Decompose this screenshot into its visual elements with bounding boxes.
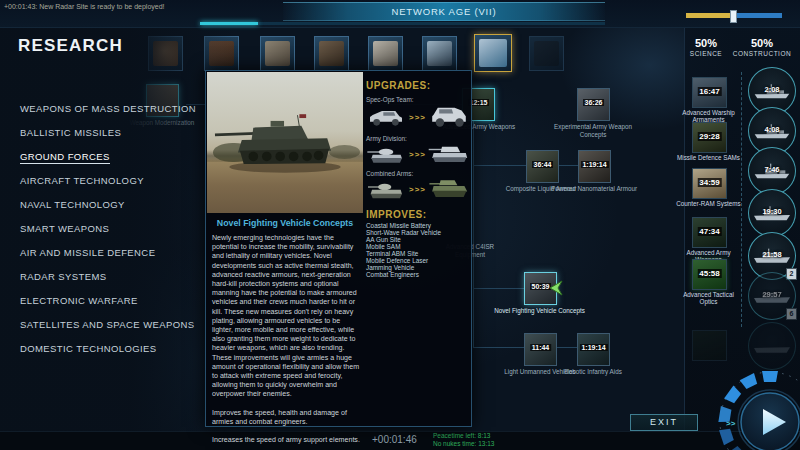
improves-item: Coastal Missile Battery [366,222,468,229]
improves-item: Combat Engineers [366,271,468,278]
tech-node-label: Experimental Army Weapon Concepts [549,123,637,138]
peacetime-counter: Peacetime left: 8:13 [433,432,490,439]
science-construction-slider[interactable] [686,13,782,18]
science-allocation: 50% SCIENCE [678,37,734,57]
upgrades-heading: UPGRADES: [366,80,431,91]
construction-queue-item[interactable]: 19:30 [748,189,796,237]
tank-photo [207,72,363,213]
upgrade-arrow: >>> [409,185,426,194]
mrap-icon [428,102,470,129]
age-icon-smartphone[interactable] [474,34,512,72]
sidebar-item-ground-forces[interactable]: GROUND FORCES [20,151,110,164]
improves-item: Mobile SAM [366,243,468,250]
science-queue-item[interactable]: 45:58 [692,259,727,290]
popup-title: Novel Fighting Vehicle Concepts [208,218,362,228]
tech-details-popup: Novel Fighting Vehicle Concepts Newly em… [205,70,472,427]
tank-icon [366,143,406,165]
sidebar-item-wmd[interactable]: WEAPONS OF MASS DESTRUCTION [20,103,196,114]
science-queue-label: Missile Defence SAMs [676,154,741,161]
fast-forward-icon[interactable]: >> [726,419,736,428]
exit-button[interactable]: EXIT [630,414,698,431]
slider-handle[interactable] [730,10,737,23]
improves-item: Terminal ABM Site [366,250,468,257]
upgrade-row-label: Army Division: [366,135,407,142]
game-speed-dial[interactable]: >> [692,358,800,450]
tech-node-label: Powered Nanomaterial Armour [550,185,638,193]
tree-connector [473,165,526,166]
age-progress-fill [200,22,258,25]
research-screen: +00:01:43: New Radar Site is ready to be… [0,0,800,450]
age-icon-laptop[interactable] [422,36,457,71]
age-banner: NETWORK AGE (VII) [283,2,605,21]
improves-item: AA Gun Site [366,236,468,243]
no-nukes-counter: No nukes time: 13:13 [433,440,494,447]
tree-connector [555,347,577,348]
construction-queue-item[interactable]: 29:57 6 [748,272,796,320]
tree-connector [473,104,474,347]
age-icon-desktop-computer[interactable] [368,36,403,71]
tree-connector [473,288,524,289]
science-queue-item[interactable]: 47:34 [692,217,727,248]
tech-node-label: Robotic Infantry Aids [547,368,639,376]
sidebar-item-aircraft-technology[interactable]: AIRCRAFT TECHNOLOGY [20,175,144,186]
upgrade-arrow: >>> [409,113,426,122]
improves-item: Short-Wave Radar Vehicle [366,229,468,236]
tank-image [213,100,357,186]
queue-divider [741,72,742,327]
armored-column-icon [366,177,406,201]
tree-connector [473,347,524,348]
queue-count-badge: 6 [786,308,797,320]
age-icon-field-radio[interactable] [260,36,295,71]
science-slider-half [686,13,734,18]
page-title: RESEARCH [18,36,123,56]
event-notification[interactable]: +00:01:43: New Radar Site is ready to be… [4,3,165,10]
tech-node-robotic-infantry-aids[interactable]: 1:19:14 [577,333,610,366]
upgrade-arrow: >>> [409,150,426,159]
age-icon-future-age [529,36,564,71]
tech-node-composite-liquid-armour[interactable]: 36:44 [526,150,559,183]
sidebar-item-satellites-space[interactable]: SATELLITES AND SPACE WEAPONS [20,319,195,330]
sidebar-item-electronic-warfare[interactable]: ELECTRONIC WARFARE [20,295,138,306]
science-queue-item-pending [692,330,727,361]
upgrade-row-label: Combined Arms: [366,170,413,177]
science-queue-item[interactable]: 29:28 [692,122,727,153]
improves-list: Coastal Missile Battery Short-Wave Radar… [366,222,468,278]
sidebar-item-smart-weapons[interactable]: SMART WEAPONS [20,223,109,234]
tree-connector [557,165,578,166]
sidebar-item-air-missile-defence[interactable]: AIR AND MISSILE DEFENCE [20,247,155,258]
sidebar-item-domestic-technologies[interactable]: DOMESTIC TECHNOLOGIES [20,343,157,354]
tech-node-experimental-army-weapon-concepts[interactable]: 36:26 [577,88,610,121]
sidebar-item-ballistic-missiles[interactable]: BALLISTIC MISSILES [20,127,121,138]
ifv-icon [428,175,470,201]
improves-item: Jamming Vehicle [366,264,468,271]
science-queue-label: Advanced Tactical Optics [676,291,741,305]
improves-heading: IMPROVES: [366,209,427,220]
age-progress-bar [200,22,605,25]
humvee-icon [366,105,406,129]
age-icon-portable-phone[interactable] [314,36,349,71]
tech-node-powered-nanomaterial-armour[interactable]: 1:19:14 [578,150,611,183]
construction-slider-half [734,13,782,18]
sidebar-item-naval-technology[interactable]: NAVAL TECHNOLOGY [20,199,125,210]
tech-node-light-unmanned-vehicles[interactable]: 11:44 [524,333,557,366]
sidebar-item-radar-systems[interactable]: RADAR SYSTEMS [20,271,107,282]
science-queue-item[interactable]: 34:59 [692,168,727,199]
mouse-cursor-icon [548,279,564,296]
tech-node-label: Novel Fighting Vehicle Concepts [492,307,587,315]
upgrade-row-label: Spec-Ops Team: [366,96,413,103]
popup-description: Newly emerging technologies have the pot… [212,234,360,450]
game-time: +00:01:46 [372,434,417,445]
science-queue-label: Counter-RAM Systems [676,200,741,207]
improves-item: Mobile Defence Laser [366,257,468,264]
construction-queue-item[interactable]: 7:46 [748,147,796,195]
advanced-tank-icon [428,141,470,165]
construction-allocation: 50% CONSTRUCTION [728,37,796,57]
science-queue-item[interactable]: 16:47 [692,77,727,108]
